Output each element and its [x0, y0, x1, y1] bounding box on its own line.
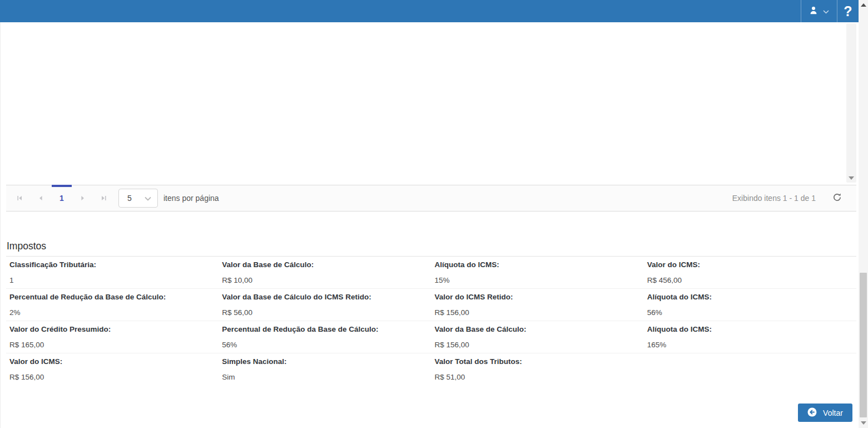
field-percentual-reducao: Percentual de Redução da Base de Cálculo… — [219, 321, 431, 353]
user-icon — [809, 6, 818, 17]
field-valor-base-icms-retido: Valor da Base de Cálculo do ICMS Retido:… — [219, 289, 431, 321]
grid-scrollbar[interactable] — [846, 23, 856, 183]
field-label: Alíquota do ICMS: — [647, 293, 853, 301]
refresh-icon — [832, 193, 842, 204]
first-page-button[interactable] — [9, 185, 30, 211]
user-menu-button[interactable] — [801, 0, 837, 22]
field-label: Valor Total dos Tributos: — [435, 357, 641, 366]
field-label: Valor do Crédito Presumido: — [9, 325, 215, 333]
next-page-button[interactable] — [72, 185, 93, 211]
pagination-bar: 1 5 itens por página Exibindo itens 1 - — [6, 185, 856, 211]
field-row: Valor do ICMS: R$ 156,00 Simples Naciona… — [6, 353, 856, 385]
back-button-label: Voltar — [823, 409, 843, 417]
scroll-down-icon[interactable] — [849, 176, 854, 180]
field-label: Valor do ICMS: — [9, 357, 215, 366]
field-label: Valor da Base de Cálculo do ICMS Retido: — [222, 293, 428, 301]
chevron-down-icon — [823, 7, 829, 16]
next-page-icon — [80, 195, 86, 201]
field-percentual-reducao: Percentual de Redução da Base de Cálculo… — [6, 289, 219, 321]
field-value: R$ 10,00 — [222, 276, 428, 284]
content: 1 5 itens por página Exibindo itens 1 - — [0, 22, 859, 428]
items-per-page-label: itens por página — [163, 194, 219, 203]
field-value: 56% — [647, 308, 853, 317]
field-valor-base-calculo: Valor da Base de Cálculo: R$ 10,00 — [219, 257, 431, 288]
field-label: Valor do ICMS: — [647, 260, 853, 269]
field-value: 1 — [9, 276, 215, 284]
header-actions: ? — [801, 0, 859, 22]
field-row: Percentual de Redução da Base de Cálculo… — [6, 288, 856, 321]
pager-status-text: Exibindo itens 1 - 1 de 1 — [732, 194, 816, 203]
page-size-select[interactable]: 5 — [118, 189, 158, 208]
field-value: R$ 156,00 — [9, 373, 215, 381]
back-arrow-icon — [807, 407, 817, 419]
field-value: R$ 51,00 — [435, 373, 641, 381]
scroll-down-icon[interactable] — [861, 421, 866, 425]
results-grid — [1, 22, 859, 185]
field-simples-nacional: Simples Nacional: Sim — [219, 353, 431, 385]
field-label: Valor da Base de Cálculo: — [435, 325, 641, 333]
field-value: R$ 156,00 — [435, 341, 641, 349]
field-label: Simples Nacional: — [222, 357, 428, 366]
help-icon: ? — [844, 3, 852, 19]
field-aliquota-icms: Alíquota do ICMS: 165% — [644, 321, 856, 353]
field-value: 56% — [222, 341, 428, 349]
field-value: R$ 165,00 — [9, 341, 215, 349]
field-aliquota-icms: Alíquota do ICMS: 56% — [644, 289, 856, 321]
pager-info: Exibindo itens 1 - 1 de 1 — [732, 193, 856, 204]
field-value: R$ 156,00 — [435, 308, 641, 317]
section-title: Impostos — [6, 240, 856, 257]
last-page-button[interactable] — [93, 185, 115, 211]
field-label: Classificação Tributária: — [9, 260, 215, 269]
field-valor-credito-presumido: Valor do Crédito Presumido: R$ 165,00 — [6, 321, 219, 353]
page-scrollbar[interactable] — [859, 0, 868, 428]
help-button[interactable]: ? — [837, 0, 859, 22]
prev-page-button[interactable] — [30, 185, 51, 211]
field-value: 2% — [9, 308, 215, 317]
field-label: Percentual de Redução da Base de Cálculo… — [222, 325, 428, 333]
field-value: R$ 56,00 — [222, 308, 428, 317]
field-classificacao-tributaria: Classificação Tributária: 1 — [6, 257, 219, 288]
field-empty — [644, 353, 856, 385]
field-label: Percentual de Redução da Base de Cálculo… — [9, 293, 215, 301]
app-header: ? — [0, 0, 859, 22]
scrollbar-thumb[interactable] — [860, 273, 867, 417]
impostos-section: Impostos Classificação Tributária: 1 Val… — [6, 240, 856, 385]
field-value: 165% — [647, 341, 853, 349]
page-size-value: 5 — [127, 194, 132, 203]
field-valor-base-calculo: Valor da Base de Cálculo: R$ 156,00 — [431, 321, 644, 353]
field-label: Valor do ICMS Retido: — [435, 293, 641, 301]
field-label: Alíquota do ICMS: — [647, 325, 853, 333]
field-valor-icms: Valor do ICMS: R$ 156,00 — [6, 353, 219, 385]
field-label: Alíquota do ICMS: — [435, 260, 641, 269]
first-page-icon — [16, 195, 23, 201]
field-value: R$ 456,00 — [647, 276, 853, 284]
field-label: Valor da Base de Cálculo: — [222, 260, 428, 269]
field-row: Valor do Crédito Presumido: R$ 165,00 Pe… — [6, 321, 856, 353]
scroll-up-icon[interactable] — [861, 3, 866, 7]
chevron-down-icon — [145, 194, 151, 203]
current-page-button[interactable]: 1 — [51, 185, 72, 211]
field-valor-icms-retido: Valor do ICMS Retido: R$ 156,00 — [431, 289, 644, 321]
back-button[interactable]: Voltar — [798, 404, 852, 422]
refresh-button[interactable] — [832, 193, 842, 204]
field-aliquota-icms: Alíquota do ICMS: 15% — [431, 257, 644, 288]
last-page-icon — [101, 195, 107, 201]
field-valor-icms: Valor do ICMS: R$ 456,00 — [644, 257, 856, 288]
field-value: Sim — [222, 373, 428, 381]
page: ? 1 — [0, 0, 868, 428]
field-value: 15% — [435, 276, 641, 284]
prev-page-icon — [37, 195, 44, 201]
field-valor-total-tributos: Valor Total dos Tributos: R$ 51,00 — [431, 353, 644, 385]
field-row: Classificação Tributária: 1 Valor da Bas… — [6, 257, 856, 288]
